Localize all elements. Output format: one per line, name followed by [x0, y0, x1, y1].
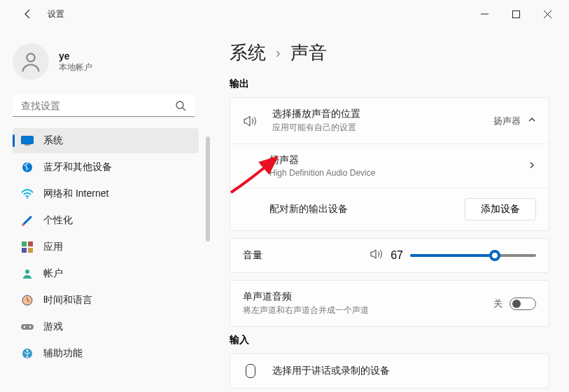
person-icon	[21, 267, 34, 280]
search-icon	[175, 100, 186, 114]
row-title: 选择用于讲话或录制的设备	[272, 365, 536, 377]
nav-label: 蓝牙和其他设备	[43, 161, 112, 174]
microphone-icon	[243, 364, 258, 378]
speaker-icon	[243, 115, 258, 127]
nav-item-time[interactable]: 时间和语言	[13, 288, 199, 313]
svg-rect-14	[28, 241, 33, 246]
row-subtitle: High Definition Audio Device	[269, 168, 528, 178]
row-title: 选择播放声音的位置	[272, 108, 493, 120]
volume-card: 音量 67	[230, 238, 549, 273]
row-title: 单声道音频	[243, 290, 493, 303]
main-content: 系统 › 声音 输出 选择播放声音的位置 应用可能有自己的设置 扬声器 扬声器	[210, 28, 569, 392]
nav: 系统 蓝牙和其他设备 网络和 Internet 个性化 应用 帐户	[13, 127, 199, 368]
svg-point-5	[176, 102, 183, 108]
nav-label: 网络和 Internet	[43, 188, 108, 200]
pair-output-row: 配对新的输出设备 添加设备	[230, 188, 549, 230]
chevron-right-icon: ›	[276, 45, 281, 61]
window-title: 设置	[48, 8, 64, 20]
row-title: 扬声器	[269, 154, 528, 167]
nav-item-system[interactable]: 系统	[13, 128, 199, 153]
nav-label: 帐户	[43, 267, 63, 280]
input-heading: 输入	[230, 334, 549, 346]
row-title: 配对新的输出设备	[269, 203, 465, 216]
selected-output: 扬声器	[493, 115, 521, 127]
svg-line-6	[183, 108, 185, 111]
profile-name: ye	[59, 50, 92, 62]
svg-rect-13	[22, 241, 27, 246]
sidebar-scrollbar[interactable]	[206, 136, 210, 241]
window-controls	[469, 4, 563, 24]
chevron-right-icon	[528, 161, 536, 172]
search-input[interactable]	[13, 95, 195, 117]
profile[interactable]: ye 本地帐户	[13, 31, 210, 95]
svg-point-10	[27, 197, 28, 199]
profile-subtitle: 本地帐户	[59, 62, 92, 74]
mono-row: 单声道音频 将左声道和右声道合并成一个声道 关	[230, 281, 549, 326]
svg-rect-7	[22, 136, 34, 144]
add-device-button[interactable]: 添加设备	[465, 198, 536, 220]
breadcrumb: 系统 › 声音	[230, 41, 549, 65]
svg-point-21	[29, 326, 31, 328]
nav-label: 应用	[43, 241, 63, 253]
mono-card: 单声道音频 将左声道和右声道合并成一个声道 关	[230, 280, 549, 327]
accessibility-icon	[21, 347, 34, 360]
avatar	[13, 43, 49, 80]
nav-item-apps[interactable]: 应用	[13, 234, 199, 260]
nav-label: 时间和语言	[43, 294, 92, 307]
nav-label: 个性化	[43, 214, 73, 227]
mono-toggle[interactable]	[510, 298, 536, 310]
nav-label: 辅助功能	[43, 347, 83, 360]
input-select-row[interactable]: 选择用于讲话或录制的设备	[230, 354, 549, 388]
svg-rect-19	[21, 324, 34, 330]
maximize-button[interactable]	[500, 4, 532, 24]
speaker-device-row[interactable]: 扬声器 High Definition Audio Device	[230, 144, 549, 188]
output-select-row[interactable]: 选择播放声音的位置 应用可能有自己的设置 扬声器	[230, 98, 549, 144]
output-heading: 输出	[230, 78, 549, 90]
breadcrumb-current: 声音	[290, 41, 327, 65]
nav-label: 游戏	[43, 321, 63, 333]
input-card: 选择用于讲话或录制的设备	[230, 354, 549, 388]
nav-item-bluetooth[interactable]: 蓝牙和其他设备	[13, 155, 199, 180]
row-subtitle: 将左声道和右声道合并成一个声道	[243, 304, 493, 316]
volume-row: 音量 67	[230, 239, 549, 272]
svg-point-17	[25, 270, 29, 274]
nav-item-network[interactable]: 网络和 Internet	[13, 181, 199, 206]
apps-icon	[21, 241, 34, 253]
volume-value: 67	[391, 249, 403, 262]
search-box[interactable]	[13, 95, 195, 117]
svg-point-4	[27, 54, 34, 62]
svg-point-23	[27, 350, 29, 352]
close-button[interactable]	[532, 4, 563, 24]
svg-line-11	[23, 217, 31, 225]
svg-rect-1	[513, 10, 520, 18]
breadcrumb-root[interactable]: 系统	[230, 41, 266, 65]
wifi-icon	[21, 188, 34, 200]
back-button[interactable]	[17, 3, 39, 25]
sidebar: ye 本地帐户 系统 蓝牙和其他设备 网络和 Internet 个性	[0, 28, 210, 392]
chevron-up-icon	[528, 115, 536, 126]
minimize-button[interactable]	[469, 4, 500, 24]
titlebar: 设置	[0, 0, 569, 28]
nav-item-personalization[interactable]: 个性化	[13, 208, 199, 233]
nav-item-accounts[interactable]: 帐户	[13, 261, 199, 286]
system-icon	[21, 134, 34, 147]
toggle-state: 关	[493, 298, 503, 310]
svg-rect-8	[24, 144, 30, 146]
bluetooth-icon	[21, 161, 34, 174]
gamepad-icon	[21, 321, 34, 333]
output-card: 选择播放声音的位置 应用可能有自己的设置 扬声器 扬声器 High Defini…	[230, 97, 549, 231]
nav-item-accessibility[interactable]: 辅助功能	[13, 341, 199, 366]
nav-item-gaming[interactable]: 游戏	[13, 314, 199, 340]
volume-slider[interactable]	[410, 254, 536, 257]
svg-point-12	[22, 223, 24, 226]
svg-point-20	[24, 326, 26, 328]
row-subtitle: 应用可能有自己的设置	[272, 122, 493, 134]
svg-rect-16	[28, 248, 33, 253]
nav-label: 系统	[43, 134, 63, 147]
clock-icon	[21, 294, 34, 307]
row-title: 音量	[243, 249, 370, 262]
volume-icon[interactable]	[370, 248, 384, 262]
svg-rect-15	[22, 248, 27, 253]
brush-icon	[21, 214, 34, 227]
